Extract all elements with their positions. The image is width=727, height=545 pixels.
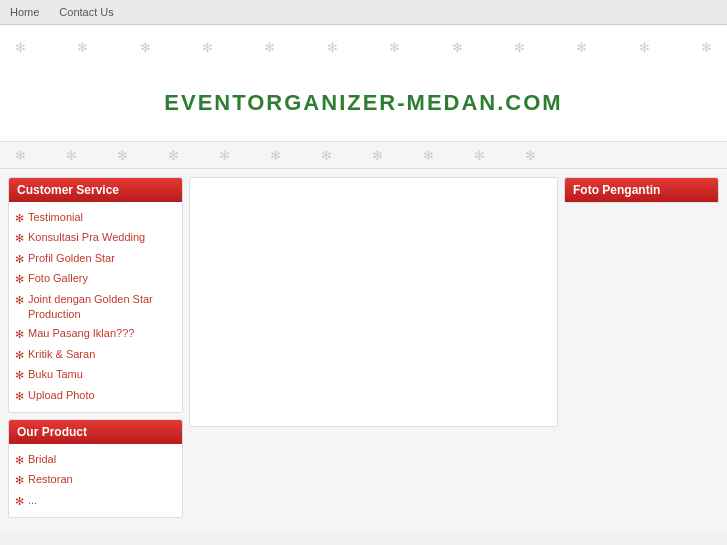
our-product-box: Our Product ✻ Bridal ✻ Restoran ✻ ... xyxy=(8,419,183,518)
star-icon: ✻ xyxy=(15,368,24,383)
star-icon: ✻ xyxy=(15,211,24,226)
snow-row-top: ✻ ✻ ✻ ✻ ✻ ✻ ✻ ✻ ✻ ✻ ✻ ✻ xyxy=(0,35,727,60)
list-item: ✻ ... xyxy=(13,491,178,511)
link-bridal[interactable]: Bridal xyxy=(28,452,56,467)
customer-service-box: Customer Service ✻ Testimonial ✻ Konsult… xyxy=(8,177,183,413)
link-more[interactable]: ... xyxy=(28,493,37,508)
link-konsultasi[interactable]: Konsultasi Pra Wedding xyxy=(28,230,145,245)
snowflake-6: ✻ xyxy=(327,40,338,55)
div-snowflake-5: ✻ xyxy=(219,148,230,163)
snowflake-1: ✻ xyxy=(15,40,26,55)
div-snowflake-4: ✻ xyxy=(168,148,179,163)
link-profil[interactable]: Profil Golden Star xyxy=(28,251,115,266)
list-item: ✻ Buku Tamu xyxy=(13,365,178,385)
list-item: ✻ Konsultasi Pra Wedding xyxy=(13,228,178,248)
div-snowflake-3: ✻ xyxy=(117,148,128,163)
foto-pengantin-header: Foto Pengantin xyxy=(565,178,718,202)
list-item: ✻ Mau Pasang Iklan??? xyxy=(13,324,178,344)
div-snowflake-1: ✻ xyxy=(15,148,26,163)
link-upload-photo[interactable]: Upload Photo xyxy=(28,388,95,403)
foto-pengantin-box: Foto Pengantin xyxy=(564,177,719,203)
center-content xyxy=(189,177,558,427)
list-item: ✻ Bridal xyxy=(13,450,178,470)
snow-divider: ✻ ✻ ✻ ✻ ✻ ✻ ✻ ✻ ✻ ✻ ✻ xyxy=(0,141,727,169)
div-snowflake-9: ✻ xyxy=(423,148,434,163)
star-icon: ✻ xyxy=(15,453,24,468)
link-joint[interactable]: Joint dengan Golden Star Production xyxy=(28,292,176,323)
snowflake-8: ✻ xyxy=(452,40,463,55)
link-foto-gallery[interactable]: Foto Gallery xyxy=(28,271,88,286)
site-title-area: EVENTORGANIZER-MEDAN.COM xyxy=(0,60,727,136)
star-icon: ✻ xyxy=(15,389,24,404)
snowflake-12: ✻ xyxy=(701,40,712,55)
star-icon: ✻ xyxy=(15,348,24,363)
left-sidebar: Customer Service ✻ Testimonial ✻ Konsult… xyxy=(8,177,183,524)
list-item: ✻ Testimonial xyxy=(13,208,178,228)
main-content: Customer Service ✻ Testimonial ✻ Konsult… xyxy=(8,177,719,524)
star-icon: ✻ xyxy=(15,272,24,287)
customer-service-header: Customer Service xyxy=(9,178,182,202)
top-nav: Home Contact Us xyxy=(0,0,727,25)
our-product-list: ✻ Bridal ✻ Restoran ✻ ... xyxy=(9,444,182,517)
div-snowflake-7: ✻ xyxy=(321,148,332,163)
snowflake-7: ✻ xyxy=(389,40,400,55)
snowflake-11: ✻ xyxy=(639,40,650,55)
div-snowflake-6: ✻ xyxy=(270,148,281,163)
nav-contact[interactable]: Contact Us xyxy=(59,6,113,18)
site-title: EVENTORGANIZER-MEDAN.COM xyxy=(0,90,727,116)
star-icon: ✻ xyxy=(15,231,24,246)
our-product-header: Our Product xyxy=(9,420,182,444)
right-sidebar: Foto Pengantin xyxy=(564,177,719,203)
list-item: ✻ Profil Golden Star xyxy=(13,249,178,269)
star-icon: ✻ xyxy=(15,293,24,308)
list-item: ✻ Upload Photo xyxy=(13,386,178,406)
list-item: ✻ Kritik & Saran xyxy=(13,345,178,365)
star-icon: ✻ xyxy=(15,473,24,488)
star-icon: ✻ xyxy=(15,252,24,267)
customer-service-list: ✻ Testimonial ✻ Konsultasi Pra Wedding ✻… xyxy=(9,202,182,412)
div-snowflake-10: ✻ xyxy=(474,148,485,163)
snowflake-5: ✻ xyxy=(264,40,275,55)
link-kritik[interactable]: Kritik & Saran xyxy=(28,347,95,362)
list-item: ✻ Joint dengan Golden Star Production xyxy=(13,290,178,325)
star-icon: ✻ xyxy=(15,494,24,509)
div-snowflake-8: ✻ xyxy=(372,148,383,163)
div-snowflake-2: ✻ xyxy=(66,148,77,163)
div-snowflake-11: ✻ xyxy=(525,148,536,163)
link-buku-tamu[interactable]: Buku Tamu xyxy=(28,367,83,382)
nav-home[interactable]: Home xyxy=(10,6,39,18)
star-icon: ✻ xyxy=(15,327,24,342)
list-item: ✻ Foto Gallery xyxy=(13,269,178,289)
snowflake-10: ✻ xyxy=(576,40,587,55)
link-restoran[interactable]: Restoran xyxy=(28,472,73,487)
snowflake-9: ✻ xyxy=(514,40,525,55)
snowflake-2: ✻ xyxy=(77,40,88,55)
link-iklan[interactable]: Mau Pasang Iklan??? xyxy=(28,326,134,341)
list-item: ✻ Restoran xyxy=(13,470,178,490)
header-area: ✻ ✻ ✻ ✻ ✻ ✻ ✻ ✻ ✻ ✻ ✻ ✻ EVENTORGANIZER-M… xyxy=(0,25,727,141)
snowflake-3: ✻ xyxy=(140,40,151,55)
snowflake-4: ✻ xyxy=(202,40,213,55)
link-testimonial[interactable]: Testimonial xyxy=(28,210,83,225)
main-wrapper: Customer Service ✻ Testimonial ✻ Konsult… xyxy=(0,169,727,532)
